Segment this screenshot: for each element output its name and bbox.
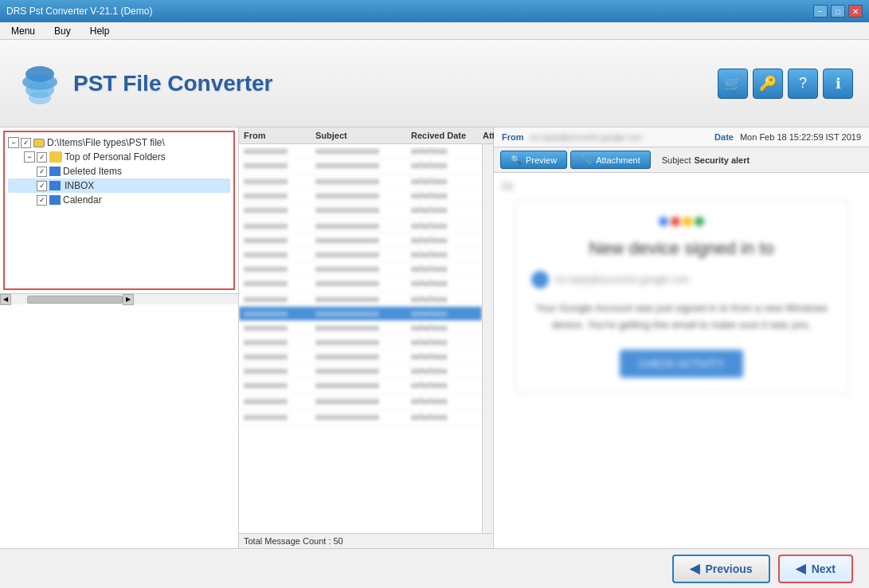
tree-checkbox-deleted[interactable] [37,167,47,177]
subject-value: Security alert [694,155,750,165]
maximize-button[interactable]: □ [831,5,845,18]
menu-item-help[interactable]: Help [85,24,115,38]
middle-panel: From Subject Recived Date Attachment xxx… [239,127,494,548]
tree-root[interactable]: − D:\Items\File types\PST file\ [8,135,230,150]
table-row[interactable]: xxxxxxxxxxx xxxxxxxxxxxxxxxx xx/xx/xxxx [239,189,482,203]
cell-subject: xxxxxxxxxxxxxxxx [315,352,411,361]
menu-item-buy[interactable]: Buy [49,24,76,38]
cell-date: xx/xx/xxxx [411,177,482,186]
scroll-thumb[interactable] [27,296,123,304]
table-row[interactable]: xxxxxxxxxxx xxxxxxxxxxxxxxxx xx/xx/xxxx [239,350,482,364]
cell-date: xx/xx/xxxx [411,381,482,391]
cart-icon-button[interactable]: 🛒 [718,69,748,99]
inbox-icon-deleted [49,167,61,176]
scroll-left-arrow[interactable]: ◀ [0,294,11,305]
tree-checkbox-personal[interactable] [37,152,47,163]
previous-icon: ◀ [690,561,699,576]
table-row[interactable]: xxxxxxxxxxx xxxxxxxxxxxxxxxx xx/xx/xxxx … [239,394,482,410]
preview-tab-button[interactable]: 🔍 Preview [500,151,567,169]
cell-subject: xxxxxxxxxxxxxxxx [315,236,411,245]
table-row[interactable]: xxxxxxxxxxx xxxxxxxxxxxxxxxx xx/xx/xxxx [239,262,482,276]
tree-checkbox-inbox[interactable] [37,181,47,191]
window-controls: − □ ✕ [813,5,863,18]
scroll-right-arrow[interactable]: ▶ [123,294,134,305]
table-row[interactable]: xxxxxxxxxxx xxxxxxxxxxxxxxxx xx/xx/xxxx [239,248,482,262]
tree-label-deleted: Deleted Items [63,166,122,177]
left-panel-scrollbar[interactable]: ◀ ▶ [0,293,238,304]
app-header: PST File Converter 🛒 🔑 ? ℹ [0,40,869,127]
table-row[interactable]: xxxxxxxxxxx xxxxxxxxxxxxxxxx xx/xx/xxxx … [239,159,482,174]
cell-from: xxxxxxxxxxx [244,352,315,361]
message-list[interactable]: xxxxxxxxxxx xxxxxxxxxxxxxxxx xx/xx/xxxx … [239,144,482,533]
table-row[interactable]: xxxxxxxxxxx xxxxxxxxxxxxxxxx xx/xx/xxxx … [239,378,482,394]
cell-subject: xxxxxxxxxxxxxxxx [315,250,411,259]
message-count: Total Message Count : 50 [239,533,493,548]
cell-subject: xxxxxxxxxxxxxxxx [315,191,411,200]
cell-date: xx/xx/xxxx [411,236,482,245]
table-row[interactable]: xxxxxxxxxxx xxxxxxxxxxxxxxxx xx/xx/xxxx [239,335,482,350]
cell-date: xx/xx/xxxx [411,309,482,318]
table-row[interactable]: xxxxxxxxxxx xxxxxxxxxxxxxxxx xx/xx/xxxx [239,307,482,321]
key-icon-button[interactable]: 🔑 [753,69,783,99]
check-activity-button[interactable]: CHECK ACTIVITY [620,350,743,378]
cell-subject: xxxxxxxxxxxxxxxx [315,161,411,171]
preview-from-value: no-reply@accounts.google.com [530,133,643,142]
cell-subject: xxxxxxxxxxxxxxxx [315,177,411,186]
menu-item-menu[interactable]: Menu [6,24,40,38]
col-date: Recived Date [411,131,483,140]
tree-expand-root[interactable]: − [8,137,19,148]
tree-item-deleted[interactable]: Deleted Items [8,164,230,178]
cell-date: xx/xx/xxxx [411,397,482,407]
cell-subject: xxxxxxxxxxxxxxxx [315,206,411,216]
cell-subject: xxxxxxxxxxxxxxxx [315,323,411,332]
table-row[interactable]: xxxxxxxxxxx xxxxxxxxxxxxxxxx xx/xx/xxxx … [239,276,482,292]
avatar-circle [531,271,549,288]
cell-subject: xxxxxxxxxxxxxxxx [315,295,411,304]
cell-subject: xxxxxxxxxxxxxxxx [315,367,411,375]
tree-item-personal-folders[interactable]: − Top of Personal Folders [8,150,230,164]
table-row[interactable]: xxxxxxxxxxx xxxxxxxxxxxxxxxx xx/xx/xxxx [239,321,482,335]
cell-from: xxxxxxxxxxx [244,367,315,375]
right-panel: From no-reply@accounts.google.com Date M… [494,127,869,548]
table-row[interactable]: xxxxxxxxxxx xxxxxxxxxxxxxxxx xx/xx/xxxx [239,292,482,307]
table-row[interactable]: xxxxxxxxxxx xxxxxxxxxxxxxxxx xx/xx/xxxx … [239,203,482,219]
file-tree: − D:\Items\File types\PST file\ − Top of… [3,131,235,290]
tree-item-inbox[interactable]: INBOX [8,178,230,193]
cell-subject: xxxxxxxxxxxxxxxx [315,147,411,155]
table-row[interactable]: xxxxxxxxxxx xxxxxxxxxxxxxxxx xx/xx/xxxx [239,364,482,378]
tree-item-calendar[interactable]: Calendar [8,193,230,207]
cell-from: xxxxxxxxxxx [244,236,315,245]
table-row[interactable]: xxxxxxxxxxx xxxxxxxxxxxxxxxx xx/xx/xxxx [239,144,482,159]
next-button[interactable]: ◀ Next [778,555,853,583]
cell-date: xx/xx/xxxx [411,206,482,216]
help-icon-button[interactable]: ? [788,69,818,99]
close-button[interactable]: ✕ [848,5,863,18]
cell-date: xx/xx/xxxx [411,221,482,230]
cell-subject: xxxxxxxxxxxxxxxx [315,265,411,273]
cell-from: xxxxxxxxxxx [244,397,315,407]
table-row[interactable]: xxxxxxxxxxx xxxxxxxxxxxxxxxx xx/xx/xxxx [239,233,482,248]
attachment-tab-button[interactable]: 📎 Attachment [570,151,651,169]
tree-checkbox-calendar[interactable] [37,195,47,206]
attachment-tab-icon: 📎 [581,155,592,165]
message-list-scrollbar[interactable] [482,144,493,533]
tree-checkbox-root[interactable] [21,138,31,148]
menu-bar: Menu Buy Help [0,22,869,40]
previous-button[interactable]: ◀ Previous [672,555,770,583]
cell-date: xx/xx/xxxx [411,161,482,171]
table-row[interactable]: xxxxxxxxxxx xxxxxxxxxxxxxxxx xx/xx/xxxx … [239,410,482,426]
cell-date: xx/xx/xxxx [411,279,482,289]
cell-from: xxxxxxxxxxx [244,338,315,347]
table-row[interactable]: xxxxxxxxxxx xxxxxxxxxxxxxxxx xx/xx/xxxx [239,174,482,189]
col-from: From [244,131,315,140]
cell-date: xx/xx/xxxx [411,191,482,200]
cell-from: xxxxxxxxxxx [244,265,315,273]
table-row[interactable]: xxxxxxxxxxx xxxxxxxxxxxxxxxx xx/xx/xxxx [239,219,482,233]
tree-expand-personal[interactable]: − [24,151,35,163]
email-body-text: Your Google Account was just signed in t… [531,300,832,334]
minimize-button[interactable]: − [813,5,828,18]
cell-subject: xxxxxxxxxxxxxxxx [315,397,411,407]
info-icon-button[interactable]: ℹ [823,69,853,99]
cell-date: xx/xx/xxxx [411,250,482,259]
google-logo [531,217,832,226]
